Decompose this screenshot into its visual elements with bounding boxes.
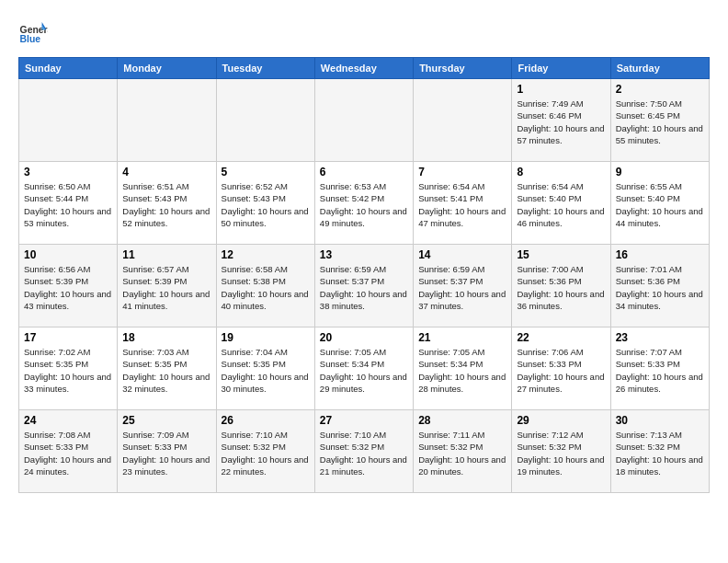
- day-info: Sunrise: 6:53 AM Sunset: 5:42 PM Dayligh…: [320, 180, 408, 229]
- calendar-cell: 22Sunrise: 7:06 AM Sunset: 5:33 PM Dayli…: [512, 327, 610, 410]
- calendar-cell: 28Sunrise: 7:11 AM Sunset: 5:32 PM Dayli…: [414, 410, 512, 493]
- day-info: Sunrise: 7:12 AM Sunset: 5:32 PM Dayligh…: [517, 429, 605, 477]
- day-info: Sunrise: 6:51 AM Sunset: 5:43 PM Dayligh…: [122, 180, 210, 229]
- day-info: Sunrise: 7:09 AM Sunset: 5:33 PM Dayligh…: [122, 429, 210, 477]
- day-info: Sunrise: 6:56 AM Sunset: 5:39 PM Dayligh…: [24, 263, 112, 312]
- day-number: 12: [222, 248, 310, 261]
- day-info: Sunrise: 7:11 AM Sunset: 5:32 PM Dayligh…: [418, 429, 506, 477]
- svg-text:Blue: Blue: [20, 34, 41, 44]
- day-number: 2: [616, 83, 704, 96]
- logo: General Blue: [18, 18, 48, 48]
- calendar-cell: 3Sunrise: 6:50 AM Sunset: 5:44 PM Daylig…: [19, 162, 118, 245]
- calendar-cell: 6Sunrise: 6:53 AM Sunset: 5:42 PM Daylig…: [314, 162, 413, 245]
- day-number: 10: [24, 248, 112, 261]
- day-info: Sunrise: 6:57 AM Sunset: 5:39 PM Dayligh…: [122, 263, 210, 312]
- day-info: Sunrise: 7:00 AM Sunset: 5:36 PM Dayligh…: [517, 263, 605, 312]
- calendar-cell: 29Sunrise: 7:12 AM Sunset: 5:32 PM Dayli…: [512, 410, 610, 493]
- calendar-cell: 19Sunrise: 7:04 AM Sunset: 5:35 PM Dayli…: [216, 327, 314, 410]
- calendar-cell: 20Sunrise: 7:05 AM Sunset: 5:34 PM Dayli…: [314, 327, 413, 410]
- page-header: General Blue: [18, 18, 710, 48]
- day-of-week-header: Wednesday: [314, 58, 413, 79]
- day-info: Sunrise: 6:54 AM Sunset: 5:40 PM Dayligh…: [517, 180, 605, 229]
- calendar-cell: 2Sunrise: 7:50 AM Sunset: 6:45 PM Daylig…: [610, 79, 709, 162]
- day-info: Sunrise: 7:03 AM Sunset: 5:35 PM Dayligh…: [122, 346, 210, 395]
- calendar-cell: 24Sunrise: 7:08 AM Sunset: 5:33 PM Dayli…: [19, 410, 118, 493]
- calendar-week-row: 24Sunrise: 7:08 AM Sunset: 5:33 PM Dayli…: [19, 410, 710, 493]
- day-number: 25: [122, 414, 210, 427]
- day-number: 6: [320, 166, 408, 178]
- day-number: 17: [24, 331, 112, 344]
- day-info: Sunrise: 6:58 AM Sunset: 5:38 PM Dayligh…: [222, 263, 310, 312]
- day-info: Sunrise: 7:02 AM Sunset: 5:35 PM Dayligh…: [24, 346, 112, 395]
- day-number: 30: [616, 414, 704, 427]
- calendar-week-row: 17Sunrise: 7:02 AM Sunset: 5:35 PM Dayli…: [19, 327, 710, 410]
- calendar-cell: 8Sunrise: 6:54 AM Sunset: 5:40 PM Daylig…: [512, 162, 610, 245]
- calendar-cell: 30Sunrise: 7:13 AM Sunset: 5:32 PM Dayli…: [610, 410, 709, 493]
- day-number: 19: [222, 331, 310, 344]
- calendar-week-row: 3Sunrise: 6:50 AM Sunset: 5:44 PM Daylig…: [19, 162, 710, 245]
- day-of-week-header: Thursday: [414, 58, 512, 79]
- day-number: 20: [320, 331, 408, 344]
- day-number: 7: [418, 166, 506, 178]
- calendar-cell: 23Sunrise: 7:07 AM Sunset: 5:33 PM Dayli…: [610, 327, 709, 410]
- day-number: 4: [122, 166, 210, 178]
- day-number: 9: [616, 166, 704, 178]
- day-info: Sunrise: 7:05 AM Sunset: 5:34 PM Dayligh…: [418, 346, 506, 395]
- day-of-week-header: Sunday: [19, 58, 118, 79]
- day-number: 5: [222, 166, 310, 178]
- day-info: Sunrise: 6:55 AM Sunset: 5:40 PM Dayligh…: [616, 180, 704, 229]
- calendar-header-row: SundayMondayTuesdayWednesdayThursdayFrid…: [19, 58, 710, 79]
- day-info: Sunrise: 6:50 AM Sunset: 5:44 PM Dayligh…: [24, 180, 112, 229]
- calendar-cell: [414, 79, 512, 162]
- day-number: 11: [122, 248, 210, 261]
- day-number: 26: [222, 414, 310, 427]
- calendar-cell: 4Sunrise: 6:51 AM Sunset: 5:43 PM Daylig…: [118, 162, 216, 245]
- calendar-week-row: 10Sunrise: 6:56 AM Sunset: 5:39 PM Dayli…: [19, 245, 710, 327]
- day-info: Sunrise: 7:13 AM Sunset: 5:32 PM Dayligh…: [616, 429, 704, 477]
- day-of-week-header: Saturday: [610, 58, 709, 79]
- calendar-cell: 25Sunrise: 7:09 AM Sunset: 5:33 PM Dayli…: [118, 410, 216, 493]
- calendar-cell: 11Sunrise: 6:57 AM Sunset: 5:39 PM Dayli…: [118, 245, 216, 327]
- calendar-cell: [216, 79, 314, 162]
- day-of-week-header: Friday: [512, 58, 610, 79]
- day-number: 14: [418, 248, 506, 261]
- day-of-week-header: Tuesday: [216, 58, 314, 79]
- calendar-cell: 18Sunrise: 7:03 AM Sunset: 5:35 PM Dayli…: [118, 327, 216, 410]
- day-number: 28: [418, 414, 506, 427]
- day-number: 16: [616, 248, 704, 261]
- day-number: 13: [320, 248, 408, 261]
- day-info: Sunrise: 7:10 AM Sunset: 5:32 PM Dayligh…: [320, 429, 408, 477]
- calendar-cell: 10Sunrise: 6:56 AM Sunset: 5:39 PM Dayli…: [19, 245, 118, 327]
- day-info: Sunrise: 7:50 AM Sunset: 6:45 PM Dayligh…: [616, 98, 704, 146]
- day-number: 22: [517, 331, 605, 344]
- day-info: Sunrise: 7:08 AM Sunset: 5:33 PM Dayligh…: [24, 429, 112, 477]
- calendar-table: SundayMondayTuesdayWednesdayThursdayFrid…: [18, 57, 710, 493]
- calendar-week-row: 1Sunrise: 7:49 AM Sunset: 6:46 PM Daylig…: [19, 79, 710, 162]
- day-number: 27: [320, 414, 408, 427]
- day-info: Sunrise: 7:01 AM Sunset: 5:36 PM Dayligh…: [616, 263, 704, 312]
- day-info: Sunrise: 7:04 AM Sunset: 5:35 PM Dayligh…: [222, 346, 310, 395]
- day-number: 23: [616, 331, 704, 344]
- calendar-cell: 21Sunrise: 7:05 AM Sunset: 5:34 PM Dayli…: [414, 327, 512, 410]
- calendar-cell: [118, 79, 216, 162]
- day-info: Sunrise: 7:06 AM Sunset: 5:33 PM Dayligh…: [517, 346, 605, 395]
- calendar-cell: 17Sunrise: 7:02 AM Sunset: 5:35 PM Dayli…: [19, 327, 118, 410]
- day-info: Sunrise: 6:59 AM Sunset: 5:37 PM Dayligh…: [418, 263, 506, 312]
- calendar-cell: 27Sunrise: 7:10 AM Sunset: 5:32 PM Dayli…: [314, 410, 413, 493]
- day-info: Sunrise: 7:07 AM Sunset: 5:33 PM Dayligh…: [616, 346, 704, 395]
- day-info: Sunrise: 6:54 AM Sunset: 5:41 PM Dayligh…: [418, 180, 506, 229]
- calendar-cell: 9Sunrise: 6:55 AM Sunset: 5:40 PM Daylig…: [610, 162, 709, 245]
- day-info: Sunrise: 7:49 AM Sunset: 6:46 PM Dayligh…: [517, 98, 605, 146]
- day-number: 29: [517, 414, 605, 427]
- day-number: 24: [24, 414, 112, 427]
- day-number: 15: [517, 248, 605, 261]
- day-number: 3: [24, 166, 112, 178]
- calendar-cell: 26Sunrise: 7:10 AM Sunset: 5:32 PM Dayli…: [216, 410, 314, 493]
- calendar-cell: 14Sunrise: 6:59 AM Sunset: 5:37 PM Dayli…: [414, 245, 512, 327]
- calendar-cell: [314, 79, 413, 162]
- calendar-cell: 13Sunrise: 6:59 AM Sunset: 5:37 PM Dayli…: [314, 245, 413, 327]
- logo-icon: General Blue: [18, 18, 48, 48]
- day-info: Sunrise: 6:52 AM Sunset: 5:43 PM Dayligh…: [222, 180, 310, 229]
- day-number: 18: [122, 331, 210, 344]
- day-number: 1: [517, 83, 605, 96]
